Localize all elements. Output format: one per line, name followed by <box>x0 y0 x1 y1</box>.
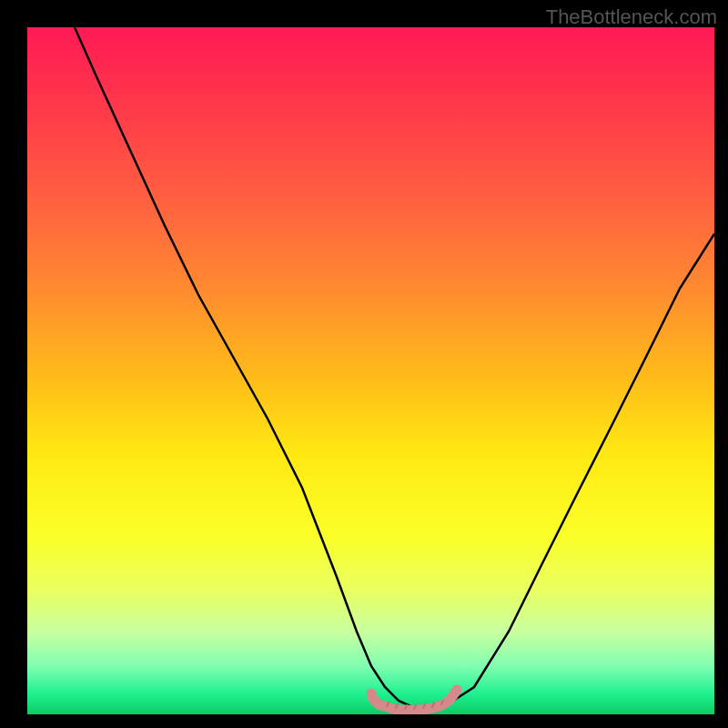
chart-curve-line <box>75 27 714 707</box>
watermark-label: TheBottleneck.com <box>546 5 717 29</box>
chart-plot-area <box>27 27 714 714</box>
chart-svg <box>27 27 714 714</box>
